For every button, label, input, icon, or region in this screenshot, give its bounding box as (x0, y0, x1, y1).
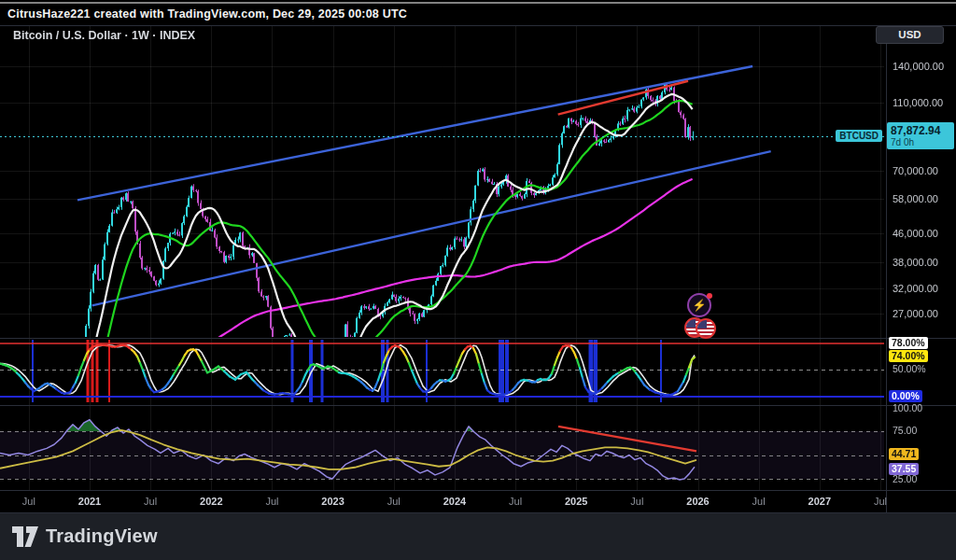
price-axis-label: 27,000.00 (893, 308, 938, 319)
price-axis-label: 70,000.00 (893, 165, 938, 176)
symbol-price-tag: BTCUSD (836, 130, 882, 142)
last-price-value: 87,872.94 (891, 124, 950, 137)
us-flag-pair-icon (684, 317, 718, 340)
indicator-value-label: 50.00% (893, 363, 926, 375)
time-axis-label: Jul (509, 496, 522, 507)
chart-canvas[interactable] (0, 0, 956, 560)
tradingview-logo[interactable]: TradingView (12, 525, 158, 547)
notification-dot (707, 293, 712, 299)
lightning-glyph-icon: ⚡ (693, 300, 707, 311)
indicator-value-label: 0.00% (889, 390, 922, 402)
footer-bar: TradingView (0, 513, 956, 560)
us-flag-circle-icon (696, 318, 716, 339)
price-axis-label: 110,000.00 (893, 97, 943, 108)
time-axis-label: Jul (630, 496, 643, 507)
indicator-value-label: 75.00 (893, 425, 917, 437)
time-axis-label: 2027 (808, 496, 831, 507)
price-axis-label: 58,000.00 (893, 193, 938, 204)
tradingview-mark-icon (12, 526, 38, 547)
time-axis-label: 2021 (78, 496, 101, 507)
top-bar: CitrusHaze221 created with TradingView.c… (0, 0, 956, 24)
tradingview-brand-text: TradingView (46, 525, 158, 547)
price-axis-label: 38,000.00 (893, 257, 938, 268)
top-border-line (0, 2, 956, 4)
indicator-value-label: 74.00% (889, 350, 928, 362)
time-axis-label: Jul (387, 496, 401, 507)
price-axis-label: 32,000.00 (893, 283, 938, 294)
time-axis-label: 2026 (686, 496, 709, 507)
time-axis-label: Jul (265, 496, 278, 507)
indicator-value-label: 100.00 (893, 402, 922, 414)
time-axis-label: Jul (22, 496, 35, 507)
bar-countdown: 7d 0h (891, 137, 950, 147)
time-axis-label: 2024 (443, 496, 466, 507)
time-axis-label: 2025 (565, 496, 587, 507)
time-axis-label: Jul (144, 496, 157, 507)
attribution-text: CitrusHaze221 created with TradingView.c… (7, 7, 407, 21)
time-axis-label: Jul (752, 496, 766, 507)
last-price-box: 87,872.94 7d 0h (887, 122, 954, 149)
indicator-value-label: 44.71 (889, 448, 919, 460)
time-axis-label: Jul (874, 496, 887, 507)
boost-lightning-icon[interactable]: ⚡ (687, 293, 711, 317)
price-axis-label: 46,000.00 (893, 228, 938, 239)
tradingview-chart-window: CitrusHaze221 created with TradingView.c… (0, 0, 956, 560)
indicator-value-label: 78.00% (889, 337, 928, 349)
indicator-value-label: 25.00 (893, 473, 917, 485)
time-axis-label: 2022 (200, 496, 222, 507)
symbol-title[interactable]: Bitcoin / U.S. Dollar · 1W · INDEX (13, 29, 195, 42)
time-axis-label: 2023 (321, 496, 344, 507)
currency-usd-button[interactable]: USD (876, 26, 944, 44)
price-axis-label: 140,000.00 (893, 61, 944, 72)
